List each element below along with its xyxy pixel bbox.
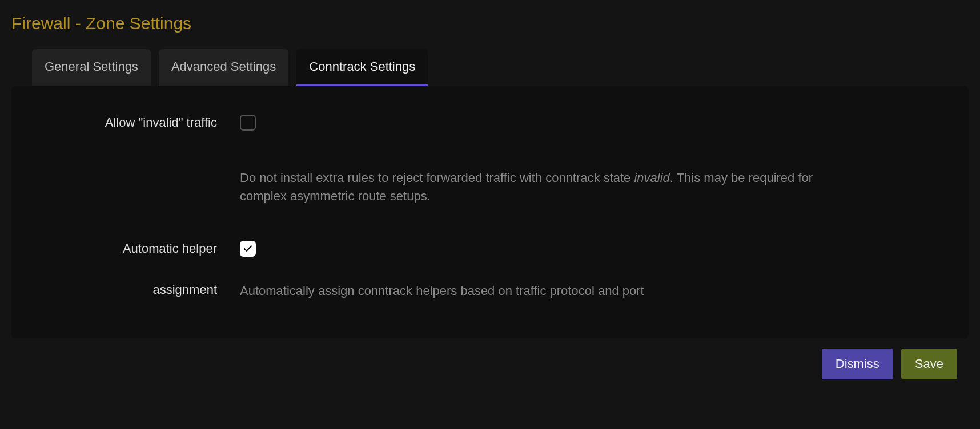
main-area: General Settings Advanced Settings Connt… — [0, 49, 980, 379]
tab-conntrack-settings[interactable]: Conntrack Settings — [296, 49, 428, 86]
label-auto-helper-line1: Automatic helper — [34, 240, 217, 258]
settings-panel: Allow "invalid" traffic Do not install e… — [11, 86, 969, 338]
row-auto-helper: Automatic helper assignment Automaticall… — [34, 240, 946, 300]
checkbox-auto-helper[interactable] — [240, 241, 256, 257]
row-allow-invalid: Allow "invalid" traffic Do not install e… — [34, 114, 946, 205]
label-auto-helper: Automatic helper assignment — [34, 240, 240, 299]
dismiss-button[interactable]: Dismiss — [822, 349, 893, 379]
page-title: Firewall - Zone Settings — [0, 0, 980, 49]
footer: Dismiss Save — [11, 338, 969, 379]
tabs: General Settings Advanced Settings Connt… — [11, 49, 969, 86]
desc-allow-invalid-em: invalid — [634, 171, 669, 185]
tab-advanced-settings[interactable]: Advanced Settings — [159, 49, 288, 86]
desc-auto-helper: Automatically assign conntrack helpers b… — [240, 282, 857, 300]
desc-allow-invalid: Do not install extra rules to reject for… — [240, 169, 857, 205]
checkbox-allow-invalid[interactable] — [240, 115, 256, 131]
desc-allow-invalid-pre: Do not install extra rules to reject for… — [240, 171, 634, 185]
check-icon — [243, 244, 253, 254]
label-allow-invalid: Allow "invalid" traffic — [34, 114, 240, 132]
tab-general-settings[interactable]: General Settings — [32, 49, 151, 86]
save-button[interactable]: Save — [901, 349, 957, 379]
label-auto-helper-line2: assignment — [34, 281, 217, 299]
